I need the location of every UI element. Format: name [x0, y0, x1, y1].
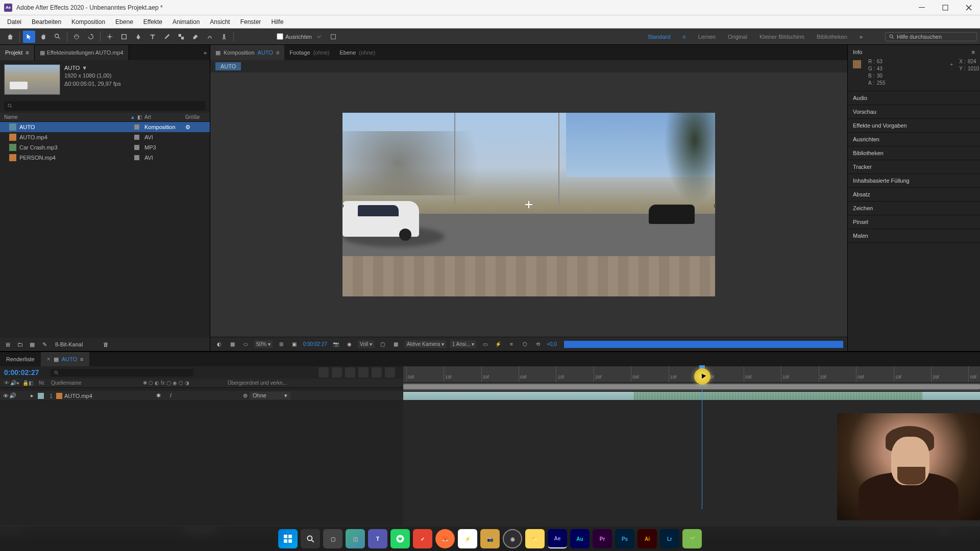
- expand-icon[interactable]: ▸: [31, 392, 36, 399]
- hand-tool[interactable]: [37, 31, 50, 43]
- comp-settings-icon[interactable]: ⚙: [185, 124, 206, 131]
- workspace-original[interactable]: Original: [728, 34, 747, 40]
- visibility-toggle[interactable]: 👁: [2, 393, 9, 399]
- lock-icon[interactable]: ▦: [54, 356, 59, 363]
- col-size[interactable]: Größe: [185, 114, 206, 120]
- panel-ausrichten[interactable]: Ausrichten: [848, 133, 980, 146]
- label-swatch[interactable]: [38, 393, 44, 399]
- puppet-tool[interactable]: [218, 31, 230, 43]
- taskbar-illustrator[interactable]: Ai: [638, 529, 657, 548]
- playhead[interactable]: [702, 366, 702, 509]
- taskbar-whatsapp[interactable]: [390, 529, 410, 548]
- snapshot-icon[interactable]: 📷: [331, 340, 340, 349]
- taskbar-explorer[interactable]: 📁: [525, 529, 545, 548]
- panel-tracker[interactable]: Tracker: [848, 160, 980, 174]
- frame-blend-icon[interactable]: [358, 367, 369, 378]
- new-comp-icon[interactable]: ▦: [28, 340, 37, 349]
- taskbar-todoist[interactable]: ✓: [413, 529, 432, 548]
- maximize-button[interactable]: [938, 3, 952, 13]
- rotation-tool[interactable]: [85, 31, 97, 43]
- lock-column-icon[interactable]: 🔒: [20, 380, 27, 386]
- workspace-overflow-icon[interactable]: »: [860, 34, 863, 40]
- speaker-column-icon[interactable]: 🔊: [8, 380, 14, 386]
- label-swatch[interactable]: [134, 135, 139, 140]
- eye-column-icon[interactable]: 👁: [2, 380, 8, 386]
- panel-menu-icon[interactable]: ≡: [972, 49, 975, 55]
- fast-preview-icon[interactable]: ⚡: [494, 340, 503, 349]
- workspace-standard[interactable]: Standard: [648, 34, 671, 40]
- roto-tool[interactable]: [204, 31, 216, 43]
- col-name[interactable]: Name: [4, 114, 130, 120]
- label-column-icon[interactable]: ◧: [27, 380, 37, 386]
- workspace-lernen[interactable]: Lernen: [698, 34, 716, 40]
- menu-komposition[interactable]: Komposition: [66, 16, 110, 28]
- timeline-search[interactable]: [51, 369, 193, 377]
- close-button[interactable]: [962, 3, 976, 13]
- menu-animation[interactable]: Animation: [167, 16, 205, 28]
- menu-fenster[interactable]: Fenster: [235, 16, 266, 28]
- timeline-timecode[interactable]: 0:00:02:27: [4, 368, 39, 377]
- timeline-layer-1[interactable]: 👁 🔊 ▸ 1 AUTO.mp4 ✱ / ⊚ Ohne: [0, 391, 403, 401]
- snap-options[interactable]: [313, 31, 325, 43]
- taskbar-audition[interactable]: Au: [570, 529, 590, 548]
- tab-timeline-auto[interactable]: × ▦ AUTO ≡: [41, 352, 90, 366]
- minimize-button[interactable]: [915, 3, 929, 13]
- brush-tool[interactable]: [161, 31, 173, 43]
- default-tool[interactable]: [327, 31, 339, 43]
- video-preview[interactable]: [342, 113, 715, 296]
- tab-renderliste[interactable]: Renderliste: [0, 352, 41, 366]
- text-tool[interactable]: [146, 31, 159, 43]
- tab-footage[interactable]: Footage (ohne): [284, 45, 334, 60]
- composition-viewer[interactable]: [210, 72, 847, 337]
- transparency-grid-icon[interactable]: ▦: [391, 340, 401, 349]
- viewer-timecode[interactable]: 0:00:02:27: [303, 341, 327, 347]
- close-tab-icon[interactable]: ×: [47, 356, 51, 363]
- zoom-dropdown[interactable]: 50% ▾: [254, 340, 273, 348]
- tab-ebene[interactable]: Ebene (ohne): [335, 45, 381, 60]
- pickwhip-icon[interactable]: ⊚: [243, 392, 248, 399]
- panel-absatz[interactable]: Absatz: [848, 188, 980, 202]
- shy-icon[interactable]: [345, 367, 355, 378]
- tab-projekt[interactable]: Projekt ≡: [0, 45, 35, 60]
- channel-icon[interactable]: ◉: [345, 340, 354, 349]
- panel-overflow-icon[interactable]: »: [201, 49, 210, 56]
- audio-toggle[interactable]: 🔊: [9, 392, 16, 399]
- work-area-bar[interactable]: [403, 383, 980, 391]
- taskbar-search[interactable]: [301, 529, 320, 548]
- panel-effekte[interactable]: Effekte und Vorgaben: [848, 119, 980, 133]
- project-search[interactable]: [4, 101, 206, 111]
- transform-handle[interactable]: [342, 205, 344, 207]
- interpret-footage-icon[interactable]: ⊞: [3, 340, 12, 349]
- taskbar-after-effects[interactable]: Ae: [548, 529, 567, 548]
- project-item-auto[interactable]: AUTO Komposition ⚙: [0, 122, 210, 132]
- delete-icon[interactable]: 🗑: [101, 340, 110, 349]
- home-icon[interactable]: [4, 31, 16, 43]
- anchor-tool[interactable]: [104, 31, 116, 43]
- snap-checkbox[interactable]: [277, 33, 283, 40]
- roi-icon[interactable]: ▢: [378, 340, 387, 349]
- taskbar-firefox[interactable]: 🦊: [435, 529, 455, 548]
- col-type[interactable]: Art: [144, 114, 185, 120]
- taskbar-teams[interactable]: T: [368, 529, 387, 548]
- taskbar-camera[interactable]: 📷: [480, 529, 500, 548]
- label-col-icon[interactable]: ◧: [137, 114, 144, 120]
- workspace-kleiner[interactable]: Kleiner Bildschirm: [760, 34, 804, 40]
- new-folder-icon[interactable]: 🗀: [15, 340, 24, 349]
- transform-handle[interactable]: [714, 205, 715, 207]
- draft-3d-icon[interactable]: [332, 367, 342, 378]
- grid-icon[interactable]: ⊞: [277, 340, 286, 349]
- comp-mini-flowchart-icon[interactable]: [318, 367, 329, 378]
- panel-malen[interactable]: Malen: [848, 229, 980, 243]
- workspace-menu-icon[interactable]: ≡: [682, 34, 685, 40]
- flowchart-icon[interactable]: ⬡: [520, 340, 529, 349]
- menu-effekte[interactable]: Effekte: [138, 16, 167, 28]
- tab-komposition[interactable]: ▦ Komposition AUTO ≡: [210, 45, 284, 60]
- workspace-bibliotheken[interactable]: Bibliotheken: [817, 34, 847, 40]
- selection-tool[interactable]: [23, 31, 35, 43]
- panel-bibliotheken[interactable]: Bibliotheken: [848, 146, 980, 160]
- taskbar-obs[interactable]: ◉: [503, 529, 522, 548]
- shape-tool[interactable]: [118, 31, 130, 43]
- menu-datei[interactable]: Datei: [2, 16, 27, 28]
- pen-tool[interactable]: [132, 31, 144, 43]
- taskbar-widgets[interactable]: ◫: [346, 529, 365, 548]
